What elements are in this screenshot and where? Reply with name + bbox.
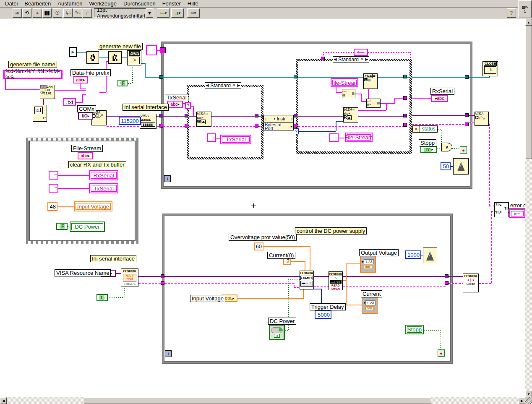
current-indicator[interactable]: ▸1.23 DBL: [362, 296, 378, 314]
input-voltage-local-variable[interactable]: Input Voltage: [74, 201, 112, 211]
run-continuous-button[interactable]: ⟲: [22, 8, 31, 18]
close-file-node[interactable]: CLOSE↘̲: [482, 61, 498, 76]
tunnel[interactable]: [159, 114, 163, 117]
concatenate-strings-node[interactable]: ▭+▨+▨: [342, 89, 355, 98]
label-rxserial[interactable]: RxSerial: [430, 88, 454, 95]
menu-ausfuehren[interactable]: Ausführen: [54, 0, 86, 7]
tunnel[interactable]: [465, 75, 469, 79]
file-stream-local-variable-2[interactable]: File-Stream: [345, 133, 373, 142]
loop-iteration-terminal[interactable]: i: [164, 175, 171, 182]
tunnel[interactable]: [403, 114, 407, 117]
scroll-right-icon[interactable]: ▶: [519, 397, 525, 404]
path-constant[interactable]: ▶̲: [69, 47, 77, 57]
comment-ini-serial-interface-2[interactable]: Ini serial interface: [90, 255, 136, 262]
label-comx[interactable]: COMx: [77, 105, 96, 112]
next-case-icon[interactable]: ▶: [237, 83, 240, 89]
vertical-scrollbar-thumb[interactable]: [525, 26, 532, 159]
hp66xxa-example-node[interactable]: HP66xxA EXAMPLE1 ▬▭┄+: [300, 271, 314, 289]
case-selector-terminal-2[interactable]: ?: [294, 128, 299, 134]
pause-button[interactable]: ▮▮: [42, 8, 52, 18]
label-data-file-prefix[interactable]: Data-File prefix: [70, 69, 111, 76]
help-button[interactable]: ?: [507, 8, 516, 18]
format-string-constant[interactable]: %d-%m-%Y_%H-%M-%S: [3, 70, 63, 79]
tunnel[interactable]: [321, 57, 325, 60]
file-stream-local-variable[interactable]: File-Stream: [331, 78, 358, 87]
strip-path-node[interactable]: ◆▙▚▞: [86, 51, 99, 64]
tunnel[interactable]: [294, 75, 297, 78]
align-objects-dropdown[interactable]: ▪▬▾: [157, 8, 170, 18]
case-selector-tx[interactable]: ◀Standard▼▶: [205, 82, 241, 89]
label-dc-power[interactable]: DC Power: [268, 318, 296, 325]
or-gate-node[interactable]: v: [441, 143, 452, 151]
run-button[interactable]: ➾: [13, 8, 22, 18]
tunnel[interactable]: [294, 114, 297, 117]
empty-string-constant[interactable]: "": [49, 184, 58, 193]
scroll-up-icon[interactable]: ▲: [525, 19, 532, 26]
visa-open-node[interactable]: VISAO⌻↗: [91, 110, 107, 125]
case-selector-rx[interactable]: ◀Standard▼▶: [333, 56, 369, 63]
font-selector[interactable]: 13pt Anwendungsschriftart: [94, 8, 146, 18]
rxserial-indicator[interactable]: ▸abc: [431, 95, 448, 102]
txserial-control[interactable]: abc▸: [167, 101, 183, 108]
label-current[interactable]: Current: [361, 290, 382, 297]
shift-register-left[interactable]: [160, 47, 166, 53]
overvoltage-constant[interactable]: 60: [254, 242, 263, 250]
open-create-file-node[interactable]: NEW↘̲: [127, 50, 141, 65]
distribute-objects-dropdown[interactable]: ▯▮▾: [171, 8, 184, 18]
txserial-local-variable-seq[interactable]: TxSerial: [89, 183, 118, 193]
tunnel[interactable]: [159, 75, 163, 79]
step-into-button[interactable]: ↳▪: [63, 8, 73, 18]
wait-metronome-node-2[interactable]: ╱: [423, 248, 437, 264]
menu-werkzeuge[interactable]: Werkzeuge: [86, 0, 120, 7]
stopp-local-variable[interactable]: Stopp: [405, 325, 424, 334]
menu-datei[interactable]: Datei: [2, 0, 21, 7]
abort-button[interactable]: ●: [33, 8, 42, 18]
tunnel[interactable]: [445, 281, 449, 285]
dc-power-switch-control[interactable]: TF: [269, 324, 285, 340]
tunnel[interactable]: [465, 123, 469, 126]
resize-grip[interactable]: [525, 397, 532, 404]
hp66xxa-initialize-node[interactable]: HP66xxA *RST *IDN Initialize: [121, 268, 138, 287]
label-txserial[interactable]: TxSerial: [165, 94, 188, 101]
comment-generate-new-file[interactable]: generate new file: [98, 43, 143, 50]
output-voltage-indicator[interactable]: ▸1.23 DBL: [360, 255, 376, 273]
visa-write-node[interactable]: VISA⏎abc⌁W⏏: [196, 112, 211, 127]
vi-icon-badge[interactable]: ▦⊳1: [518, 0, 532, 18]
label-visa-resource-name[interactable]: VISA Resource Name: [55, 269, 111, 276]
font-selector-dropdown-icon[interactable]: ▾: [146, 8, 153, 18]
merge-errors-node[interactable]: ?!↘ ?! ?!↗: [494, 202, 509, 217]
label-current0[interactable]: Current(0): [267, 252, 295, 259]
reorder-dropdown[interactable]: ⇆▾: [187, 8, 200, 18]
comment-generate-file-name[interactable]: generate file name: [8, 61, 57, 68]
comment-clear-buffers[interactable]: clear RX and Tx buffer: [68, 161, 126, 168]
menu-fenster[interactable]: Fenster: [159, 0, 184, 7]
comment-ini-serial-interface[interactable]: Ini serial interface: [123, 104, 169, 111]
horizontal-scrollbar-thumb[interactable]: [84, 397, 431, 404]
label-output-voltage[interactable]: Output Voltage: [359, 249, 399, 256]
tunnel[interactable]: [403, 75, 407, 78]
data-file-prefix-control[interactable]: abc▸: [73, 76, 88, 83]
loop-condition-terminal-2[interactable]: ●: [438, 349, 445, 357]
empty-string-constant[interactable]: "": [329, 133, 339, 142]
highlight-execution-button[interactable]: ☉: [53, 8, 62, 18]
dropdown-icon[interactable]: ▼: [232, 83, 236, 89]
case-selector-terminal[interactable]: ?: [185, 102, 191, 109]
comx-io-control[interactable]: I/O▸: [78, 112, 93, 120]
prev-case-icon[interactable]: ◀: [206, 83, 209, 89]
tunnel[interactable]: [255, 124, 258, 128]
tunnel[interactable]: [403, 123, 407, 127]
menu-bearbeiten[interactable]: Bearbeiten: [21, 0, 54, 7]
baud-rate-constant[interactable]: 115200: [119, 117, 141, 125]
write-text-file-node[interactable]: FILE▣🖪▥: [363, 73, 378, 89]
wait-ms-constant[interactable]: 50: [441, 162, 451, 170]
property-node-bytes-at-port[interactable]: ▯⊸ Instr▯ Bytes at Port▸: [263, 115, 294, 130]
unbundle-status-node[interactable]: ➤status: [412, 125, 438, 133]
false-boolean-constant[interactable]: ▿F: [117, 80, 128, 86]
txserial-local-variable[interactable]: TxSerial: [220, 135, 251, 144]
false-boolean-constant[interactable]: ▿F: [56, 223, 68, 230]
tunnel[interactable]: [185, 114, 188, 117]
tunnel[interactable]: [161, 274, 164, 278]
visa-close-node[interactable]: VISAC⌻↘: [475, 112, 489, 126]
label-input-voltage[interactable]: Input Voltage: [190, 295, 225, 302]
tunnel[interactable]: [294, 124, 297, 128]
